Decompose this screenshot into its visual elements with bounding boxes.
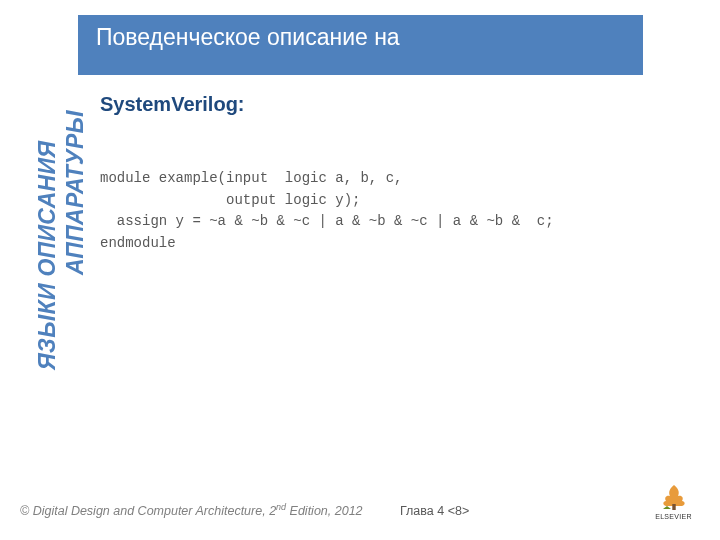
copyright-text: © Digital Design and Computer Architectu…: [20, 502, 363, 518]
title-banner: Поведенческое описание на: [78, 15, 643, 75]
code-line-3: assign y = ~a & ~b & ~c | a & ~b & ~c | …: [100, 213, 554, 229]
code-line-1: module example(input logic a, b, c,: [100, 170, 402, 186]
code-line-2: output logic y);: [100, 192, 360, 208]
code-line-4: endmodule: [100, 235, 176, 251]
svg-rect-1: [672, 504, 675, 510]
subtitle: SystemVerilog:: [100, 93, 245, 116]
code-block: module example(input logic a, b, c, outp…: [100, 168, 554, 255]
slide: Поведенческое описание на ЯЗЫКИ ОПИСАНИЯ…: [0, 0, 720, 540]
chapter-indicator: Глава 4 <8>: [400, 504, 469, 518]
sidebar-label-line2: АППАРАТУРЫ: [62, 110, 89, 275]
copyright-suffix: Edition, 2012: [286, 504, 362, 518]
copyright-prefix: © Digital Design and Computer Architectu…: [20, 504, 276, 518]
sidebar-label-line1: ЯЗЫКИ ОПИСАНИЯ: [34, 141, 61, 370]
publisher-name: ELSEVIER: [649, 513, 698, 520]
copyright-ordinal: nd: [276, 502, 286, 512]
tree-icon: [657, 482, 691, 512]
slide-title: Поведенческое описание на: [96, 23, 400, 53]
publisher-logo: ELSEVIER: [649, 482, 698, 520]
footer: © Digital Design and Computer Architectu…: [20, 478, 700, 520]
